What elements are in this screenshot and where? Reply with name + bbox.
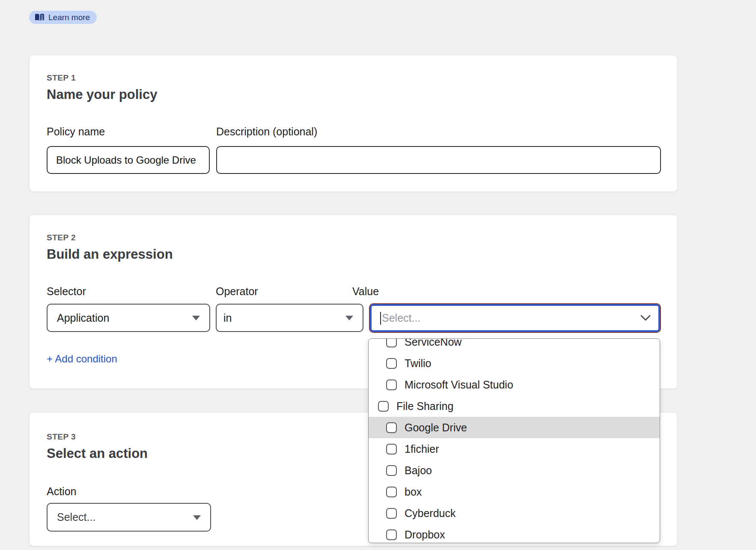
dropdown-option-servicenow[interactable]: ServiceNow [369, 338, 660, 353]
book-icon [35, 13, 45, 21]
dropdown-option-dropbox[interactable]: Dropbox [369, 524, 660, 543]
step1-card: STEP 1 Name your policy Policy name Desc… [29, 55, 678, 192]
checkbox-icon[interactable] [386, 358, 397, 369]
chevron-down-icon [192, 316, 200, 320]
dropdown-option-google-drive[interactable]: Google Drive [369, 417, 660, 438]
chevron-down-icon [193, 515, 201, 520]
action-select-value: Select... [57, 511, 95, 523]
value-label: Value [352, 285, 379, 298]
checkbox-icon[interactable] [386, 380, 397, 390]
dropdown-option-twilio[interactable]: Twilio [369, 353, 660, 374]
value-dropdown-panel: ServiceNow Twilio Microsoft Visual Studi… [368, 338, 660, 543]
checkbox-icon[interactable] [386, 444, 397, 454]
operator-select[interactable]: in [216, 304, 363, 332]
selector-label: Selector [47, 285, 86, 298]
checkbox-icon[interactable] [386, 465, 397, 476]
step3-label: STEP 3 [47, 432, 76, 442]
learn-more-button[interactable]: Learn more [29, 11, 97, 24]
dropdown-option-box[interactable]: box [369, 481, 660, 502]
step1-title: Name your policy [47, 87, 157, 102]
chevron-down-icon [640, 315, 651, 323]
learn-more-label: Learn more [48, 13, 90, 22]
dropdown-option-file-sharing[interactable]: File Sharing [369, 395, 660, 417]
dropdown-option-bajoo[interactable]: Bajoo [369, 460, 660, 481]
selector-select[interactable]: Application [47, 304, 210, 332]
selector-select-value: Application [57, 312, 109, 324]
checkbox-icon[interactable] [386, 422, 397, 433]
checkbox-icon[interactable] [386, 508, 397, 519]
policy-name-label: Policy name [47, 126, 105, 138]
description-label: Description (optional) [216, 126, 317, 138]
operator-select-value: in [223, 312, 232, 324]
step3-title: Select an action [47, 446, 148, 461]
value-multiselect-input[interactable]: Select... [369, 303, 661, 333]
description-input[interactable] [216, 146, 661, 174]
dropdown-options-list: ServiceNow Twilio Microsoft Visual Studi… [369, 338, 660, 543]
step2-label: STEP 2 [47, 233, 76, 242]
checkbox-icon[interactable] [386, 487, 397, 497]
add-condition-link[interactable]: + Add condition [47, 353, 117, 365]
dropdown-option-microsoft-visual-studio[interactable]: Microsoft Visual Studio [369, 374, 660, 395]
dropdown-option-1fichier[interactable]: 1fichier [369, 438, 660, 460]
text-cursor [380, 312, 381, 325]
checkbox-icon[interactable] [386, 338, 397, 347]
chevron-down-icon [345, 316, 353, 320]
action-select[interactable]: Select... [47, 503, 211, 532]
step2-title: Build an expression [47, 247, 173, 262]
dropdown-option-cyberduck[interactable]: Cyberduck [369, 502, 660, 524]
policy-name-input[interactable] [47, 146, 210, 174]
checkbox-icon[interactable] [386, 529, 397, 540]
step1-label: STEP 1 [47, 73, 76, 83]
value-placeholder: Select... [382, 312, 420, 324]
operator-label: Operator [216, 285, 258, 298]
action-label: Action [47, 485, 76, 498]
checkbox-icon[interactable] [378, 401, 389, 412]
